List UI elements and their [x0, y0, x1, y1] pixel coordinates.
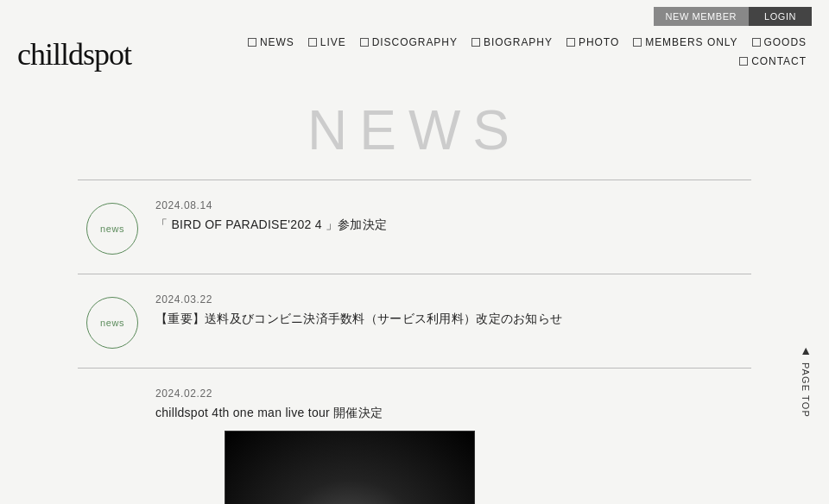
header-top-buttons: NEW MEMBER LOGIN: [0, 0, 829, 26]
news-badge-text-2: news: [100, 318, 124, 328]
nav-item-biography[interactable]: BIOGRAPHY: [466, 35, 558, 50]
nav-checkbox-photo: [566, 38, 575, 47]
nav-item-contact[interactable]: CONTACT: [734, 54, 812, 69]
nav-label-live: LIVE: [320, 36, 346, 48]
nav-row2: CONTACT: [734, 54, 812, 69]
page-top-arrow-icon: ▲: [800, 343, 812, 357]
news-content-3: 2024.02.22 chilldspot 4th one man live t…: [155, 387, 751, 504]
page-title: NEWS: [0, 98, 829, 162]
nav-item-goods[interactable]: GOODS: [747, 35, 812, 50]
nav-label-biography: BIOGRAPHY: [484, 36, 553, 48]
news-content-2: 2024.03.22 【重要】送料及びコンビニ決済手数料（サービス利用料）改定の…: [155, 293, 751, 328]
nav-row1: NEWS LIVE DISCOGRAPHY BIOGRAPHY PHOTO: [243, 35, 812, 50]
news-content-1: 2024.08.14 「 BIRD OF PARADISE'202 4 」参加決…: [155, 199, 751, 234]
nav-checkbox-discography: [360, 38, 369, 47]
news-badge-text-1: news: [100, 224, 124, 234]
nav-label-members-only: MEMBERS ONLY: [645, 36, 737, 48]
news-date-1: 2024.08.14: [155, 199, 751, 211]
nav-label-photo: PHOTO: [579, 36, 619, 48]
news-content: news 2024.08.14 「 BIRD OF PARADISE'202 4…: [43, 180, 786, 504]
header-main: chilldspot NEWS LIVE DISCOGRAPHY BIOGRAP: [0, 26, 829, 72]
nav-label-news: NEWS: [260, 36, 294, 48]
nav-checkbox-news: [248, 38, 256, 47]
nav-item-live[interactable]: LIVE: [303, 35, 351, 50]
site-logo[interactable]: chilldspot: [17, 36, 131, 72]
header: NEW MEMBER LOGIN chilldspot NEWS LIVE DI…: [0, 0, 829, 72]
nav-label-goods: GOODS: [764, 36, 807, 48]
nav-item-members-only[interactable]: MEMBERS ONLY: [628, 35, 743, 50]
news-image-3: [225, 431, 475, 504]
page-top-button[interactable]: ▲ PAGE TOP: [800, 343, 812, 418]
nav-checkbox-live: [308, 38, 317, 47]
news-item-1[interactable]: news 2024.08.14 「 BIRD OF PARADISE'202 4…: [78, 180, 751, 274]
news-badge-2: news: [86, 297, 138, 349]
page-top-label: PAGE TOP: [801, 362, 811, 418]
nav-label-discography: DISCOGRAPHY: [372, 36, 458, 48]
page-title-section: NEWS: [0, 72, 829, 180]
nav-checkbox-goods: [752, 38, 761, 47]
news-image-inner-3: [225, 431, 475, 504]
news-date-3: 2024.02.22: [155, 387, 751, 400]
nav-checkbox-biography: [471, 38, 480, 47]
login-button[interactable]: LOGIN: [749, 7, 812, 26]
nav-item-discography[interactable]: DISCOGRAPHY: [355, 35, 463, 50]
nav-label-contact: CONTACT: [751, 55, 807, 67]
nav-area: NEWS LIVE DISCOGRAPHY BIOGRAPHY PHOTO: [166, 35, 812, 69]
new-member-button[interactable]: NEW MEMBER: [654, 7, 750, 26]
nav-item-photo[interactable]: PHOTO: [561, 35, 624, 50]
news-title-1: 「 BIRD OF PARADISE'202 4 」参加決定: [155, 216, 751, 234]
news-date-2: 2024.03.22: [155, 293, 751, 306]
news-item-3[interactable]: 2024.02.22 chilldspot 4th one man live t…: [78, 369, 751, 504]
news-title-2: 【重要】送料及びコンビニ決済手数料（サービス利用料）改定のお知らせ: [155, 310, 751, 328]
news-title-3: chilldspot 4th one man live tour 開催決定: [155, 404, 751, 422]
nav-checkbox-contact: [739, 57, 748, 66]
news-item-2[interactable]: news 2024.03.22 【重要】送料及びコンビニ決済手数料（サービス利用…: [78, 274, 751, 368]
news-badge-1: news: [86, 203, 138, 255]
nav-checkbox-members-only: [633, 38, 642, 47]
nav-item-news[interactable]: NEWS: [243, 35, 300, 50]
